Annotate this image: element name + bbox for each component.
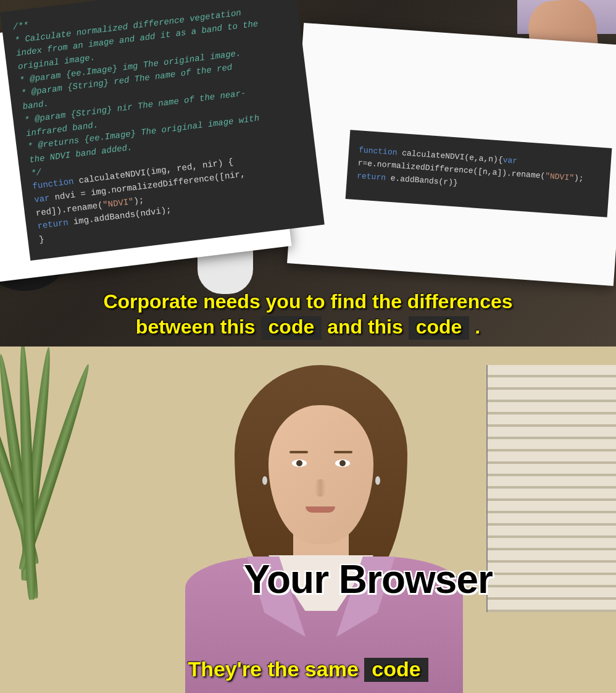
- code-text: nir The name of the near-: [111, 88, 246, 114]
- code-keyword: return: [37, 217, 69, 231]
- code-string: "NDVI": [545, 171, 575, 182]
- label-your-browser: Your Browser: [244, 556, 493, 602]
- bottom-panel: Your Browser They're the same code: [0, 346, 616, 693]
- code-type: {String}: [70, 104, 113, 119]
- office-plant: [0, 346, 93, 693]
- code-keyword: return: [357, 171, 386, 182]
- caption-line2c: .: [469, 316, 480, 338]
- code-keyword: function: [359, 145, 397, 157]
- caption-top: Corporate needs you to find the differen…: [0, 289, 616, 340]
- code-line: band.: [22, 99, 49, 112]
- earring-left: [262, 476, 267, 485]
- caption-patch-code2: code: [409, 316, 470, 339]
- code-text: The original image with: [135, 113, 260, 138]
- code-text: );: [133, 195, 145, 206]
- earring-right: [375, 476, 380, 485]
- caption-bottom: They're the same code: [0, 657, 616, 682]
- face: [268, 405, 373, 544]
- code-text: }: [38, 234, 44, 245]
- caption-line2a: between this: [136, 316, 261, 338]
- code-keyword: function: [32, 177, 75, 191]
- caption-patch-code3: code: [364, 658, 428, 682]
- top-panel: /** * Calculate normalized difference ve…: [0, 0, 616, 346]
- code-line: * @param: [24, 109, 72, 125]
- caption-bottom-text: They're the same: [188, 657, 364, 681]
- caption-line1: Corporate needs you to find the differen…: [103, 290, 512, 313]
- code-line: * @param: [20, 83, 68, 98]
- code-snippet-verbose: /** * Calculate normalized difference ve…: [0, 0, 325, 261]
- code-keyword: var: [33, 193, 50, 204]
- code-text: );: [573, 174, 584, 183]
- caption-patch-code1: code: [261, 316, 322, 339]
- code-type: {String}: [67, 78, 109, 93]
- code-text: e.addBands(r)}: [385, 173, 458, 187]
- code-line: * @param: [19, 70, 67, 85]
- meme-image: /** * Calculate normalized difference ve…: [0, 0, 616, 693]
- caption-line2b: and this: [322, 316, 408, 338]
- person-pam: [173, 365, 481, 693]
- code-keyword: var: [502, 156, 517, 166]
- code-string: "NDVI": [102, 196, 134, 210]
- window-blinds: [486, 365, 616, 612]
- code-line: */: [30, 167, 42, 178]
- code-line: /**: [12, 20, 29, 32]
